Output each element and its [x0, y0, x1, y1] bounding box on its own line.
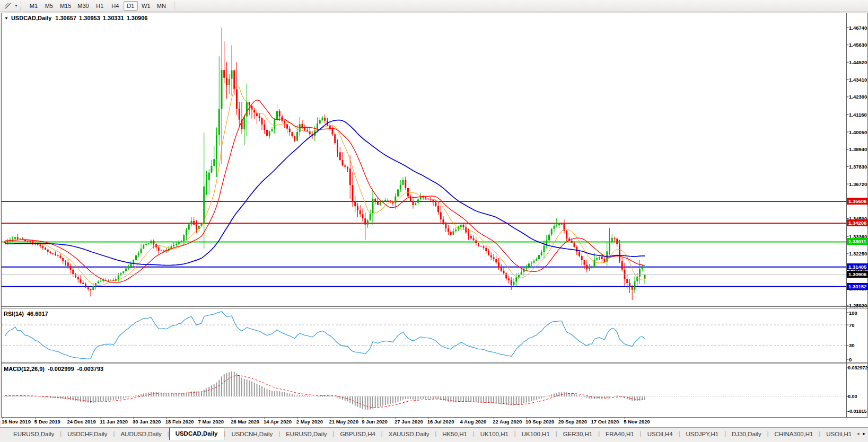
toolbar-dropdown-arrow-icon[interactable]: ▼ [14, 4, 18, 7]
date-axis-label: 21 May 2020 [329, 419, 358, 425]
price-axis-tick: 1.43410 [849, 77, 867, 83]
date-axis-label: 26 Mar 2020 [231, 419, 259, 425]
tab-ger30-h1[interactable]: GER30,H1 [557, 429, 599, 440]
symbol-dropdown-icon[interactable]: ▼ [4, 16, 8, 21]
price-axis-tick: 1.40050 [849, 129, 867, 135]
price-axis-tick: 1.46740 [849, 25, 867, 31]
tab-usoil-h4[interactable]: USOil,H4 [642, 429, 679, 440]
timeframe-button-h1[interactable]: H1 [93, 1, 107, 11]
date-axis-label: 14 Apr 2020 [264, 419, 292, 425]
price-axis-tick: 1.44520 [849, 59, 867, 65]
macd-axis-tick: 0.00 [848, 394, 857, 400]
date-axis-label: 18 Feb 2020 [165, 419, 194, 425]
rsi-panel-label: RSI(14)46.6017 [4, 311, 48, 317]
tab-uk100-h1[interactable]: UK100,H1 [475, 429, 514, 440]
tab-usdchf-daily[interactable]: USDCHF,Daily [62, 429, 113, 440]
tab-dj30-daily[interactable]: DJ30,Daily [726, 429, 767, 440]
bar-open-value: 1.30657 [55, 15, 76, 21]
tab-usdcnh-daily[interactable]: USDCNH,Daily [225, 429, 278, 440]
date-axis-label: 22 Aug 2020 [493, 419, 522, 425]
price-axis-tick: 1.38940 [849, 146, 867, 152]
chart-tab-bar: EURUSD,Daily|USDCHF,Daily|AUDUSD,Daily|U… [0, 427, 868, 440]
price-level-badge: 1.30152 [847, 283, 868, 290]
date-axis-label: 7 Mar 2020 [198, 419, 224, 425]
tab-uk100-h1[interactable]: UK100,H1 [516, 429, 556, 440]
price-axis-tick: 1.36720 [849, 181, 867, 187]
price-axis-tick: 1.41160 [849, 112, 867, 118]
tab-usdjpy-h1[interactable]: USDJPY,H1 [680, 429, 724, 440]
rsi-panel[interactable] [2, 308, 846, 362]
date-axis-label: 4 Aug 2020 [460, 419, 487, 425]
tab-gbpusd-h4[interactable]: GBPUSD,H4 [334, 429, 381, 440]
timeframe-button-m30[interactable]: M30 [75, 1, 91, 11]
macd-panel-label: MACD(12,26,9)-0.002999-0.003793 [4, 366, 103, 372]
price-level-badge: 1.31405 [847, 263, 868, 270]
date-axis-label: 24 Dec 2019 [67, 419, 96, 425]
date-axis-label: 30 Jan 2020 [133, 419, 161, 425]
timeframe-button-mn[interactable]: MN [154, 1, 169, 11]
current-price-badge: 1.30906 [847, 271, 868, 278]
date-axis-label: 16 Nov 2019 [2, 419, 31, 425]
date-axis-label: 10 Sep 2020 [525, 419, 554, 425]
date-axis-label: 17 Oct 2020 [591, 419, 619, 425]
date-axis-label: 2 May 2020 [296, 419, 323, 425]
tab-scroll-left-icon[interactable]: ◂ [857, 431, 860, 436]
tab-eurusd-daily[interactable]: EURUSD,Daily [280, 429, 332, 440]
macd-signal-value: -0.003793 [77, 366, 104, 372]
timeframe-button-m1[interactable]: M1 [27, 1, 41, 11]
price-level-badge: 1.35606 [847, 198, 868, 205]
date-axis-label: 5 Nov 2020 [624, 419, 650, 425]
bar-low-value: 1.30331 [103, 15, 124, 21]
symbol-label: USDCAD,Daily [11, 15, 51, 21]
toolbar-grip[interactable] [20, 2, 22, 10]
bar-high-value: 1.30953 [79, 15, 100, 21]
date-axis-label: 5 Dec 2019 [34, 419, 60, 425]
tab-usoil-h1[interactable]: USOil,H1 [820, 429, 857, 440]
line-studies-icon[interactable] [2, 1, 14, 11]
timeframe-button-w1[interactable]: W1 [139, 1, 153, 11]
macd-panel[interactable] [2, 364, 846, 417]
date-axis-label: 11 Jan 2020 [100, 419, 128, 425]
price-axis-tick: 1.45630 [849, 42, 867, 48]
timeframe-toolbar: M1M5M15M30H1H4D1W1MN [26, 1, 169, 11]
timeframe-button-m5[interactable]: M5 [42, 1, 56, 11]
tab-hk50-h1[interactable]: HK50,H1 [436, 429, 473, 440]
price-axis-tick: 1.32250 [849, 251, 867, 257]
macd-axis-tick: 0.032972 [848, 365, 868, 371]
date-axis-label: 29 Sep 2020 [558, 419, 587, 425]
timeframe-button-d1[interactable]: D1 [124, 1, 138, 11]
timeframe-button-m15[interactable]: M15 [57, 1, 74, 11]
price-axis-tick: 1.37830 [849, 164, 867, 170]
tab-fra40-h1[interactable]: FRA40,H1 [600, 429, 640, 440]
rsi-axis-tick: 0 [849, 357, 852, 363]
tab-audusd-daily[interactable]: AUDUSD,Daily [115, 429, 167, 440]
chart-canvas[interactable] [0, 0, 868, 442]
rsi-value: 46.6017 [27, 311, 48, 317]
macd-axis-tick: -0.01815 [848, 409, 867, 414]
tab-usdcad-daily[interactable]: USDCAD,Daily [169, 428, 224, 440]
tab-eurusd-daily[interactable]: EURUSD,Daily [7, 429, 60, 440]
date-axis-label: 27 Jun 2020 [394, 419, 423, 425]
tab-scroll-right-icon[interactable]: ▸ [863, 431, 865, 436]
price-level-badge: 1.33011 [847, 238, 868, 245]
rsi-axis-tick: 30 [849, 342, 855, 348]
rsi-axis-tick: 100 [849, 310, 857, 316]
price-axis-tick: 1.42300 [849, 94, 867, 100]
tab-xauusd-daily[interactable]: XAUUSD,Daily [383, 429, 435, 440]
timeframe-button-h4[interactable]: H4 [108, 1, 122, 11]
bar-close-value: 1.30906 [127, 15, 148, 21]
price-axis-tick: 1.28920 [849, 303, 867, 308]
chart-ohlc-header: ▼USDCAD,Daily1.306571.309531.303311.3090… [4, 15, 147, 21]
date-axis-label: 9 Jun 2020 [362, 419, 388, 425]
macd-main-value: -0.002999 [48, 366, 74, 372]
main-chart-panel[interactable] [2, 13, 846, 306]
date-axis-label: 16 Jul 2020 [427, 419, 454, 425]
diagonal-lines-glyph [4, 2, 12, 10]
toolbar-separator [174, 2, 174, 10]
toolbar: ▼ M1M5M15M30H1H4D1W1MN [0, 0, 868, 12]
price-level-badge: 1.34206 [847, 219, 868, 226]
tab-china300-h1[interactable]: CHINA300,H1 [769, 429, 819, 440]
rsi-axis-tick: 70 [849, 322, 855, 328]
